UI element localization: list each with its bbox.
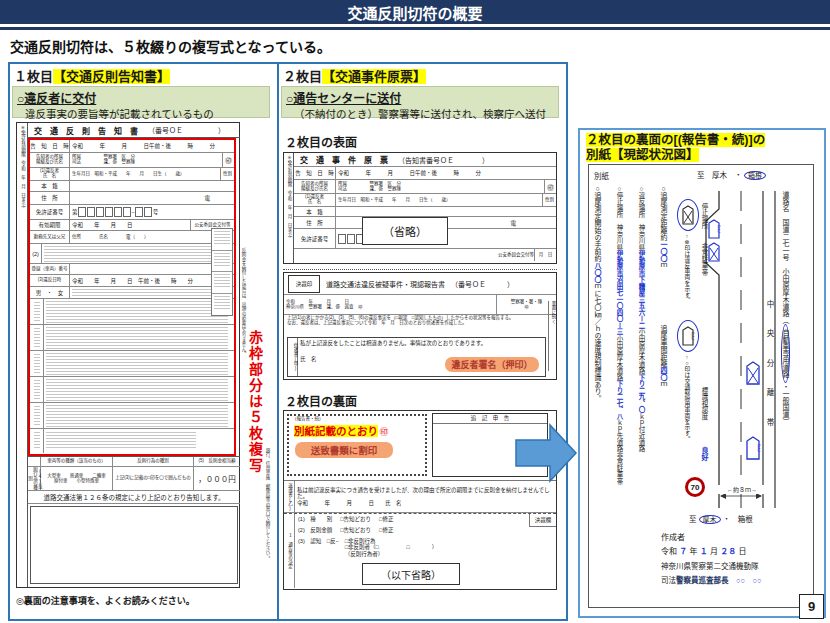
report-stm-side: 供述書(甲) [288, 338, 298, 376]
road-name-b: ・一般国道） [782, 383, 789, 425]
visibility-label: 標識視認度 [699, 387, 709, 443]
back-kessai-cell: 決裁欄 [529, 514, 556, 527]
form1-row4: 本 籍 [30, 181, 234, 192]
author-label: 作成者 [661, 531, 685, 542]
panel1-bottom-note: ◎裏面の注意事項を、よくお読みください。 [16, 594, 195, 607]
form1-r2-label2: 階級及び氏名 [36, 160, 63, 165]
panel2-front-label: ２枚目の表面 [285, 133, 357, 150]
width-measure-label: ←約８ｍ→ [717, 485, 767, 494]
officer-prefix: 司法 [661, 576, 676, 585]
form1-r11-label: (3)違反日時 [30, 275, 70, 286]
form1-r2-seal: ㊞ [222, 153, 234, 167]
form1-side-text: ※免許有効期限（令和 年 月 日まで） [20, 125, 25, 211]
form1-note-b: 銀行、信用金庫、郵便局等の窓口で納付してください。 [264, 448, 269, 588]
diagram-col5: 追尾車間距離四〇ｍ [658, 325, 668, 435]
form1-row2: 告知者の所属 階級及び氏名 所属 警察署 区 分 司法 課、係 警察隊 ㊞ [30, 153, 234, 168]
col5-a: 追尾車間距離 [660, 325, 667, 367]
panel1-note-title: ○違反者に交付 [17, 89, 265, 106]
panel2-note-title: ○通告センターに送付 [286, 89, 554, 106]
panel2-label: ２枚目 [283, 69, 322, 84]
form1-r1-label: 告 知 日 時 [30, 140, 70, 152]
back-besshi-highlight: 別紙記載のとおり [294, 425, 378, 437]
lane-police-car: ＰＣ [746, 436, 760, 460]
panel1-header: １枚目【交通反則告知書】 [14, 66, 170, 85]
back-d2-a: □告知どおり [340, 527, 371, 538]
panel2-header: ２枚目【交通事件原票】 [283, 66, 426, 85]
form1-r8-label: 勤務先又は父兄 [30, 231, 70, 243]
form2-side-text: ※免許有効期限（令和 年 月 日まで） [286, 155, 291, 241]
report-title: 道路交通法違反被疑事件・現認報告書 [326, 279, 445, 289]
officer-name: ○○ ○○ [736, 576, 762, 585]
panel3-title: ２枚目の裏面の[(報告書・続)]の 別紙【現認状況図】 [586, 133, 765, 163]
form2-omit-box: （省略） [362, 217, 448, 245]
road-name-column: 道路名 国道二七一号 小田原厚木道路（自動車専用道路・一般国道） [780, 191, 790, 505]
form1-r6-label: 免許証番号 [30, 205, 70, 219]
back-d2-label: (2) 反則金額 [298, 527, 332, 538]
form1-row3: (1)違反者 氏 名 生年月日 昭和・平成 年 月 日生（ 歳） 性別 [30, 168, 234, 181]
form1-bhead2: 反則行為の種別 [113, 457, 194, 466]
col3-c: 小田原厚木道路 [638, 329, 645, 375]
bay-pc-label: ＰＣ [708, 225, 720, 234]
bot-to: 至 [689, 515, 697, 524]
col1-c: ｍに七〇㎞／ｈの速度規制標識あり。 [594, 283, 601, 402]
form2-r1-label: 告 知 日 時 [294, 167, 336, 179]
report-right-seal: ㊞ [524, 305, 529, 310]
date-month: １ [700, 547, 708, 556]
lane-pc-label: ＰＣ [746, 444, 760, 453]
form1-row11: (3)違反日時 令和 年 月 日 午前・後 時 分 [30, 275, 234, 287]
form2-r2-seal: ㊞ [544, 180, 556, 193]
road-name-a: 道路名 国道二七一号 小田原厚木道路 [782, 191, 789, 317]
form1-r6-go: 号 [153, 208, 159, 216]
legend-pc-label: ＰＣ [682, 332, 694, 341]
back-soutatsu-side: 送達書(乙) [284, 481, 295, 512]
org-name: 神奈川県警察第二交通機動隊 [661, 560, 759, 571]
report-office: 警察署 課、係 巡査 [309, 304, 354, 309]
date-month-unit: 月 [710, 547, 718, 556]
back-d1-a: □告知どおり [340, 516, 371, 527]
form1-row9: (2) [30, 244, 234, 264]
form1-r1-value: 令和 年 月 日午前・後 時 分 [70, 140, 234, 152]
form2-r5-label: 住 所 [294, 217, 336, 228]
form1-red-note: 赤枠部分は５枚複写 [245, 330, 265, 502]
form1-row5: 住 所 電 [30, 192, 234, 205]
form1-r3-label2: 氏 名 [43, 174, 57, 179]
form1-row8: 勤務先又は父兄 住所 氏名 電（ ） [30, 231, 234, 244]
date-era: 令和 [661, 547, 677, 556]
panel1-label: １枚目 [14, 69, 53, 84]
diagram-top-destination: 至 厚木 ・ 箱根 [697, 169, 766, 180]
bot-circle-atsugi: 厚木 [699, 515, 721, 524]
diagram-col2: ○停止場所 神奈川県伊勢原市沼田七一〇四〇ー三小田原厚木道路下り二七、八ｋｐ先道… [614, 185, 624, 515]
page-title: 交通反則切符の概要 [347, 2, 482, 23]
date-day: ２８ [720, 547, 736, 556]
bay-police-car: ＰＣ [708, 219, 720, 239]
form2-r2-value2: 司法 課、係 警察隊 [338, 187, 401, 192]
panel1-note-body: 違反事実の要旨等が記載されているもの [17, 106, 265, 121]
form2-r3-gender: 性別 [542, 194, 556, 206]
date-year: ７ [679, 547, 687, 556]
panel2-back-label: ２枚目の裏面 [285, 392, 357, 409]
form1: ※免許有効期限（令和 年 月 日まで） 交 通 反 則 告 知 書 （番号ＯＥ … [16, 122, 240, 588]
form1-r4-label: 本 籍 [30, 181, 70, 191]
form1-row12: 男 ・ 女 [30, 287, 234, 299]
panel3-title-line2: 別紙【現認状況図】 [586, 148, 699, 162]
form1-r10-value: 号 [70, 264, 234, 274]
top-circle-hakone: 箱根 [744, 171, 766, 180]
form2-r1-value: 令和 年 月 日午前・後 時 分 [336, 167, 556, 179]
form1-row6: 免許証番号 第 − 号 [30, 205, 234, 220]
form1-row1: 告 知 日 時 令和 年 月 日午前・後 時 分 [30, 140, 234, 153]
slide: 交通反則切符の概要 交通反則切符は、５枚綴りの複写式となっている。 １枚目【交通… [0, 0, 830, 623]
form2-report: 決裁印 道路交通法違反被疑事件・現認報告書 （番号ＯＥ ） 令和 年 月 日 神… [283, 272, 557, 380]
report-para2: なお、違反者は、上記違反事実について令和 年 月 日次のとおり供述書を作成した。 [287, 321, 553, 326]
report-pref: 神奈川県 [286, 304, 304, 309]
col2-c: 小田原厚木道路 [616, 335, 623, 381]
form1-ocr-cells [211, 228, 233, 316]
form1-r3-gender: 性別 [220, 168, 234, 180]
panel3-title-line1: ２枚目の裏面の[(報告書・続)]の [586, 133, 765, 147]
title-underline [0, 27, 830, 30]
form1-row10: 登録（車両）番号 号 [30, 264, 234, 275]
col4-b: 一〇〇 [660, 241, 667, 262]
form1-title-row: 交 通 反 則 告 知 書 （番号ＯＥ ） [28, 123, 240, 138]
diagram-col3: ○違反場所 神奈川県伊勢原市下糟屋三五六ー二小田原厚木道路下り二九、〇ｋｐ付近道… [636, 185, 646, 515]
form2-r7-right: 公安委員会交付等 [498, 253, 534, 258]
legend-violation-ellipse [677, 199, 699, 231]
